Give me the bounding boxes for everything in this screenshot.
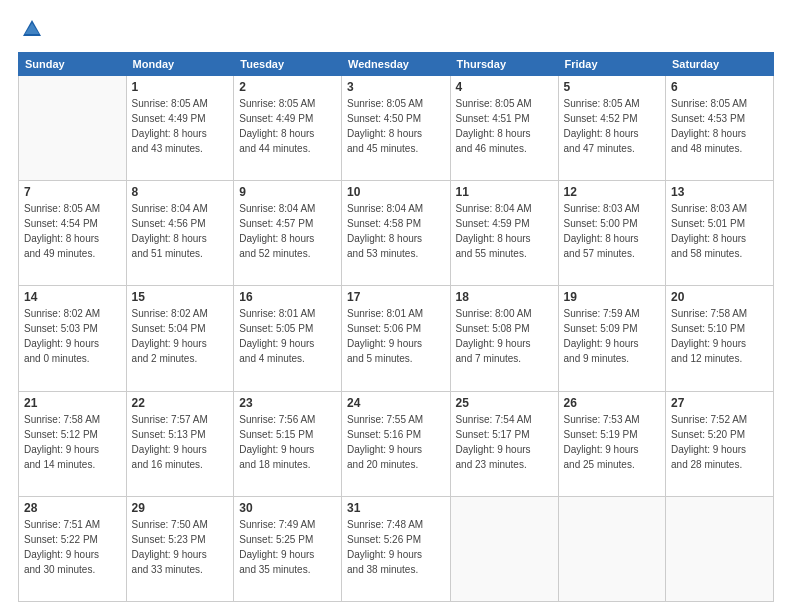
- day-info: Sunrise: 7:56 AMSunset: 5:15 PMDaylight:…: [239, 412, 336, 472]
- day-number: 19: [564, 290, 660, 304]
- day-cell: 16Sunrise: 8:01 AMSunset: 5:05 PMDayligh…: [234, 286, 342, 391]
- day-number: 18: [456, 290, 553, 304]
- day-info: Sunrise: 7:48 AMSunset: 5:26 PMDaylight:…: [347, 517, 444, 577]
- day-cell: 19Sunrise: 7:59 AMSunset: 5:09 PMDayligh…: [558, 286, 665, 391]
- day-header-monday: Monday: [126, 53, 234, 76]
- day-number: 22: [132, 396, 229, 410]
- day-cell: 30Sunrise: 7:49 AMSunset: 5:25 PMDayligh…: [234, 496, 342, 601]
- day-cell: 24Sunrise: 7:55 AMSunset: 5:16 PMDayligh…: [342, 391, 450, 496]
- day-cell: [19, 76, 127, 181]
- day-info: Sunrise: 7:58 AMSunset: 5:10 PMDaylight:…: [671, 306, 768, 366]
- day-cell: 14Sunrise: 8:02 AMSunset: 5:03 PMDayligh…: [19, 286, 127, 391]
- week-row-2: 7Sunrise: 8:05 AMSunset: 4:54 PMDaylight…: [19, 181, 774, 286]
- day-number: 26: [564, 396, 660, 410]
- day-info: Sunrise: 8:00 AMSunset: 5:08 PMDaylight:…: [456, 306, 553, 366]
- day-info: Sunrise: 8:05 AMSunset: 4:52 PMDaylight:…: [564, 96, 660, 156]
- day-cell: 31Sunrise: 7:48 AMSunset: 5:26 PMDayligh…: [342, 496, 450, 601]
- day-number: 3: [347, 80, 444, 94]
- day-number: 27: [671, 396, 768, 410]
- day-cell: 21Sunrise: 7:58 AMSunset: 5:12 PMDayligh…: [19, 391, 127, 496]
- day-cell: 13Sunrise: 8:03 AMSunset: 5:01 PMDayligh…: [666, 181, 774, 286]
- day-number: 4: [456, 80, 553, 94]
- day-info: Sunrise: 7:54 AMSunset: 5:17 PMDaylight:…: [456, 412, 553, 472]
- day-cell: 9Sunrise: 8:04 AMSunset: 4:57 PMDaylight…: [234, 181, 342, 286]
- day-number: 2: [239, 80, 336, 94]
- day-info: Sunrise: 7:52 AMSunset: 5:20 PMDaylight:…: [671, 412, 768, 472]
- svg-marker-1: [25, 23, 39, 34]
- day-info: Sunrise: 8:05 AMSunset: 4:50 PMDaylight:…: [347, 96, 444, 156]
- day-cell: 8Sunrise: 8:04 AMSunset: 4:56 PMDaylight…: [126, 181, 234, 286]
- day-cell: 25Sunrise: 7:54 AMSunset: 5:17 PMDayligh…: [450, 391, 558, 496]
- day-number: 23: [239, 396, 336, 410]
- week-row-1: 1Sunrise: 8:05 AMSunset: 4:49 PMDaylight…: [19, 76, 774, 181]
- day-cell: [558, 496, 665, 601]
- day-cell: 29Sunrise: 7:50 AMSunset: 5:23 PMDayligh…: [126, 496, 234, 601]
- day-info: Sunrise: 8:04 AMSunset: 4:59 PMDaylight:…: [456, 201, 553, 261]
- day-header-sunday: Sunday: [19, 53, 127, 76]
- day-cell: 22Sunrise: 7:57 AMSunset: 5:13 PMDayligh…: [126, 391, 234, 496]
- day-info: Sunrise: 7:51 AMSunset: 5:22 PMDaylight:…: [24, 517, 121, 577]
- calendar-header-row: SundayMondayTuesdayWednesdayThursdayFrid…: [19, 53, 774, 76]
- day-info: Sunrise: 7:59 AMSunset: 5:09 PMDaylight:…: [564, 306, 660, 366]
- day-info: Sunrise: 7:58 AMSunset: 5:12 PMDaylight:…: [24, 412, 121, 472]
- day-cell: [666, 496, 774, 601]
- day-number: 11: [456, 185, 553, 199]
- day-info: Sunrise: 7:53 AMSunset: 5:19 PMDaylight:…: [564, 412, 660, 472]
- week-row-5: 28Sunrise: 7:51 AMSunset: 5:22 PMDayligh…: [19, 496, 774, 601]
- day-number: 21: [24, 396, 121, 410]
- day-number: 14: [24, 290, 121, 304]
- day-cell: 27Sunrise: 7:52 AMSunset: 5:20 PMDayligh…: [666, 391, 774, 496]
- day-info: Sunrise: 8:03 AMSunset: 5:00 PMDaylight:…: [564, 201, 660, 261]
- day-info: Sunrise: 8:01 AMSunset: 5:05 PMDaylight:…: [239, 306, 336, 366]
- day-info: Sunrise: 8:05 AMSunset: 4:49 PMDaylight:…: [239, 96, 336, 156]
- day-number: 6: [671, 80, 768, 94]
- day-info: Sunrise: 8:01 AMSunset: 5:06 PMDaylight:…: [347, 306, 444, 366]
- day-header-saturday: Saturday: [666, 53, 774, 76]
- day-cell: 2Sunrise: 8:05 AMSunset: 4:49 PMDaylight…: [234, 76, 342, 181]
- day-cell: 12Sunrise: 8:03 AMSunset: 5:00 PMDayligh…: [558, 181, 665, 286]
- day-number: 25: [456, 396, 553, 410]
- day-number: 12: [564, 185, 660, 199]
- day-info: Sunrise: 8:02 AMSunset: 5:04 PMDaylight:…: [132, 306, 229, 366]
- day-cell: 11Sunrise: 8:04 AMSunset: 4:59 PMDayligh…: [450, 181, 558, 286]
- day-info: Sunrise: 8:04 AMSunset: 4:58 PMDaylight:…: [347, 201, 444, 261]
- logo: [18, 18, 43, 42]
- day-info: Sunrise: 8:03 AMSunset: 5:01 PMDaylight:…: [671, 201, 768, 261]
- day-number: 20: [671, 290, 768, 304]
- day-info: Sunrise: 8:05 AMSunset: 4:54 PMDaylight:…: [24, 201, 121, 261]
- day-number: 24: [347, 396, 444, 410]
- day-info: Sunrise: 7:57 AMSunset: 5:13 PMDaylight:…: [132, 412, 229, 472]
- day-number: 7: [24, 185, 121, 199]
- day-number: 9: [239, 185, 336, 199]
- header: [18, 18, 774, 42]
- week-row-4: 21Sunrise: 7:58 AMSunset: 5:12 PMDayligh…: [19, 391, 774, 496]
- day-number: 16: [239, 290, 336, 304]
- day-number: 28: [24, 501, 121, 515]
- day-cell: 10Sunrise: 8:04 AMSunset: 4:58 PMDayligh…: [342, 181, 450, 286]
- day-cell: 23Sunrise: 7:56 AMSunset: 5:15 PMDayligh…: [234, 391, 342, 496]
- day-cell: 5Sunrise: 8:05 AMSunset: 4:52 PMDaylight…: [558, 76, 665, 181]
- day-header-tuesday: Tuesday: [234, 53, 342, 76]
- day-info: Sunrise: 8:02 AMSunset: 5:03 PMDaylight:…: [24, 306, 121, 366]
- day-cell: [450, 496, 558, 601]
- day-cell: 1Sunrise: 8:05 AMSunset: 4:49 PMDaylight…: [126, 76, 234, 181]
- day-info: Sunrise: 8:04 AMSunset: 4:56 PMDaylight:…: [132, 201, 229, 261]
- day-cell: 4Sunrise: 8:05 AMSunset: 4:51 PMDaylight…: [450, 76, 558, 181]
- week-row-3: 14Sunrise: 8:02 AMSunset: 5:03 PMDayligh…: [19, 286, 774, 391]
- day-number: 5: [564, 80, 660, 94]
- day-cell: 3Sunrise: 8:05 AMSunset: 4:50 PMDaylight…: [342, 76, 450, 181]
- day-cell: 17Sunrise: 8:01 AMSunset: 5:06 PMDayligh…: [342, 286, 450, 391]
- day-info: Sunrise: 8:05 AMSunset: 4:49 PMDaylight:…: [132, 96, 229, 156]
- day-cell: 18Sunrise: 8:00 AMSunset: 5:08 PMDayligh…: [450, 286, 558, 391]
- day-number: 15: [132, 290, 229, 304]
- day-number: 8: [132, 185, 229, 199]
- day-info: Sunrise: 7:50 AMSunset: 5:23 PMDaylight:…: [132, 517, 229, 577]
- day-cell: 26Sunrise: 7:53 AMSunset: 5:19 PMDayligh…: [558, 391, 665, 496]
- day-number: 17: [347, 290, 444, 304]
- day-cell: 7Sunrise: 8:05 AMSunset: 4:54 PMDaylight…: [19, 181, 127, 286]
- day-header-thursday: Thursday: [450, 53, 558, 76]
- day-info: Sunrise: 8:04 AMSunset: 4:57 PMDaylight:…: [239, 201, 336, 261]
- day-number: 29: [132, 501, 229, 515]
- day-number: 31: [347, 501, 444, 515]
- day-cell: 6Sunrise: 8:05 AMSunset: 4:53 PMDaylight…: [666, 76, 774, 181]
